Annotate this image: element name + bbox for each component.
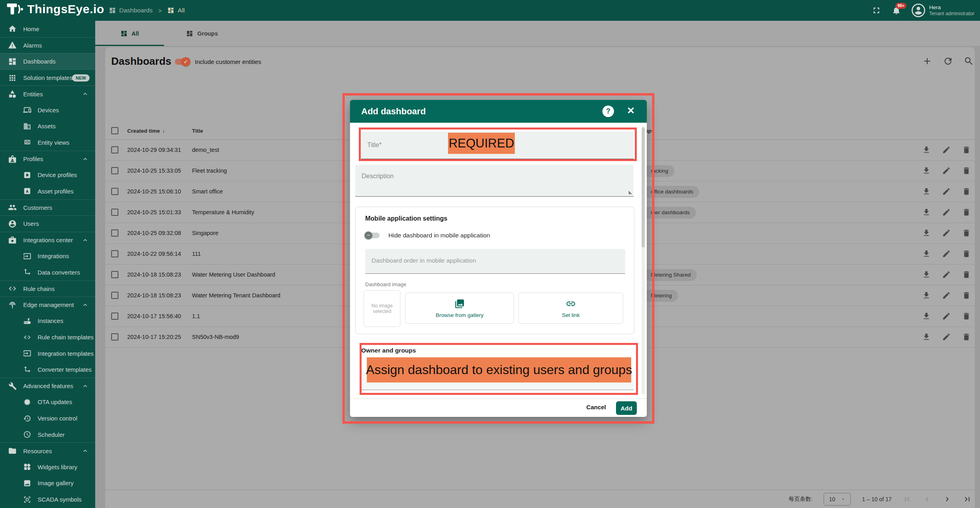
edit-icon[interactable] [942,270,951,279]
chevron-up-icon[interactable] [82,155,89,163]
sidebar-item-entities[interactable]: Entities [0,86,95,102]
dialog-scrollbar[interactable] [642,126,645,394]
sidebar-item-scada-symbols[interactable]: SCADA symbols [0,491,95,508]
sidebar-item-resources[interactable]: Resources [0,442,95,459]
edit-icon[interactable] [942,166,951,175]
dashboard-order-field[interactable]: Dashboard order in mobile application [365,249,625,274]
row-checkbox[interactable] [111,209,118,216]
last-page-icon[interactable] [963,495,972,504]
refresh-icon[interactable] [943,56,953,66]
per-page-select[interactable]: 10 [824,493,851,506]
next-page-icon[interactable] [943,495,952,504]
chevron-up-icon[interactable] [82,447,89,454]
tab-groups[interactable]: Groups [164,21,240,46]
row-checkbox[interactable] [111,313,118,320]
prev-page-icon[interactable] [923,495,932,504]
first-page-icon[interactable] [903,495,912,504]
add-button[interactable]: Add [616,401,637,415]
row-checkbox[interactable] [111,229,118,237]
sidebar-item-version-control[interactable]: Version control [0,410,95,426]
row-checkbox[interactable] [111,250,118,257]
download-icon[interactable] [922,208,931,217]
sidebar-item-rule-chains[interactable]: Rule chains [0,281,95,297]
edit-icon[interactable] [942,291,951,300]
sidebar-item-image-gallery[interactable]: Image gallery [0,475,95,492]
edit-icon[interactable] [942,145,951,154]
download-icon[interactable] [922,333,931,341]
row-checkbox[interactable] [111,333,118,341]
column-created-time[interactable]: Created time ↓ [127,128,165,134]
download-icon[interactable] [922,291,931,300]
download-icon[interactable] [922,166,931,175]
sidebar-item-users[interactable]: Users [0,215,95,232]
row-checkbox[interactable] [111,271,118,278]
tab-all[interactable]: All [95,21,164,46]
cancel-button[interactable]: Cancel [586,404,606,410]
delete-icon[interactable] [962,270,971,279]
sidebar-item-data-converters[interactable]: Data converters [0,264,95,281]
chevron-up-icon[interactable] [82,301,89,309]
include-customer-entities-toggle[interactable]: ✓ Include customer entities [175,58,261,65]
sidebar-item-integrations-center[interactable]: Integrations center [0,232,95,248]
delete-icon[interactable] [962,187,971,196]
fullscreen-icon[interactable] [872,6,881,15]
edit-icon[interactable] [942,249,951,258]
sidebar-item-asset-profiles[interactable]: Asset profiles [0,183,95,199]
app-logo[interactable]: ThingsEye.io [6,2,104,16]
sidebar-item-devices[interactable]: Devices [0,102,95,118]
sidebar-item-integration-templates[interactable]: Integration templates [0,345,95,362]
sidebar-item-entity-views[interactable]: Entity views [0,134,95,151]
edit-icon[interactable] [942,208,951,217]
breadcrumb-dashboards[interactable]: Dashboards [109,7,153,14]
sidebar-item-assets[interactable]: Assets [0,118,95,135]
delete-icon[interactable] [962,166,971,175]
row-checkbox[interactable] [111,188,118,195]
sidebar-item-scheduler[interactable]: Scheduler [0,426,95,443]
sidebar-item-rule-chain-templates[interactable]: Rule chain templates [0,329,95,345]
sidebar-item-widgets-library[interactable]: Widgets library [0,459,95,475]
sidebar-item-instances[interactable]: Instances [0,313,95,329]
edit-icon[interactable] [942,312,951,321]
delete-icon[interactable] [962,229,971,237]
scrollbar-thumb[interactable] [642,127,645,247]
description-field[interactable]: Description ◢ [355,165,634,197]
add-icon[interactable] [922,56,932,66]
sidebar-item-advanced-features[interactable]: Advanced features [0,378,95,394]
select-all-checkbox[interactable] [111,127,118,134]
hide-dashboard-toggle[interactable]: − Hide dashboard in mobile application [365,232,490,239]
sidebar-item-dashboards[interactable]: Dashboards [0,53,95,70]
sidebar-item-integrations[interactable]: Integrations [0,248,95,264]
delete-icon[interactable] [962,333,971,341]
download-icon[interactable] [922,249,931,258]
download-icon[interactable] [922,229,931,237]
sidebar-item-device-profiles[interactable]: Device profiles [0,167,95,183]
owner-field[interactable]: ThingsEye Production [361,372,634,390]
delete-icon[interactable] [962,249,971,258]
browse-from-gallery-button[interactable]: Browse from gallery [405,293,514,324]
title-field[interactable]: Title* [361,131,634,159]
user-menu[interactable]: Hera Tenant administrator [912,4,974,17]
sidebar-item-customers[interactable]: Customers [0,199,95,216]
notifications-icon[interactable]: 99+ [892,6,901,15]
row-checkbox[interactable] [111,146,118,153]
sidebar-item-ota-updates[interactable]: OTA updates [0,394,95,410]
search-icon[interactable] [964,56,974,66]
delete-icon[interactable] [962,208,971,217]
close-icon[interactable]: ✕ [627,105,635,116]
delete-icon[interactable] [962,145,971,154]
chevron-up-icon[interactable] [82,237,89,244]
download-icon[interactable] [922,270,931,279]
sidebar-item-edge-management[interactable]: Edge management [0,297,95,313]
edit-icon[interactable] [942,229,951,237]
sidebar-item-solution-templates[interactable]: Solution templatesNEW [0,70,95,86]
chevron-up-icon[interactable] [82,382,89,390]
delete-icon[interactable] [962,291,971,300]
download-icon[interactable] [922,145,931,154]
sidebar-item-converter-templates[interactable]: Converter templates [0,361,95,378]
sidebar-item-alarms[interactable]: Alarms [0,37,95,54]
row-checkbox[interactable] [111,167,118,174]
help-icon[interactable]: ? [602,106,614,117]
sidebar-item-profiles[interactable]: Profiles [0,151,95,167]
sidebar-item-home[interactable]: Home [0,21,95,37]
breadcrumb-all[interactable]: All [167,7,184,14]
